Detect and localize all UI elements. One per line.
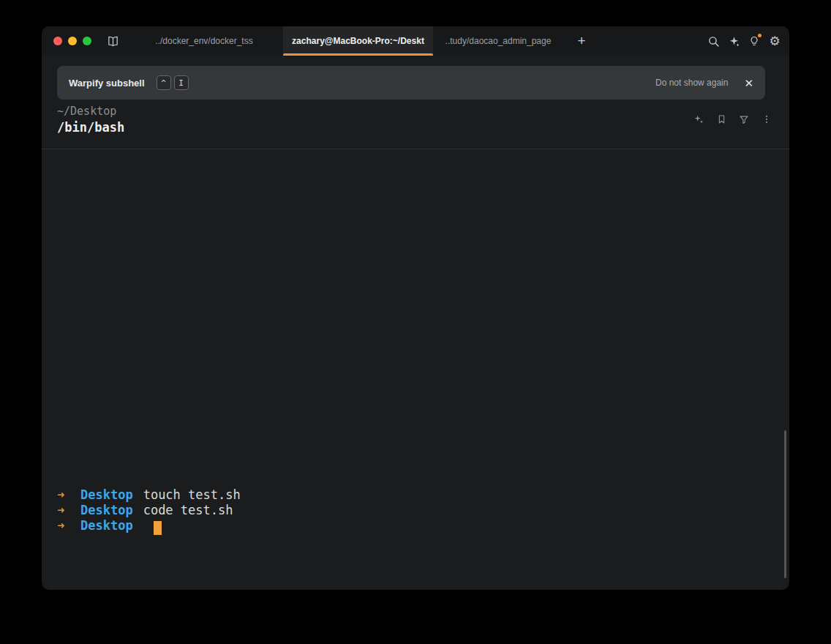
tab-label: ..tudy/daocao_admin_page xyxy=(445,36,552,46)
lightbulb-icon[interactable] xyxy=(745,32,763,50)
book-icon[interactable] xyxy=(105,33,121,49)
sparkles-icon[interactable] xyxy=(692,113,705,126)
terminal-cursor xyxy=(154,521,162,535)
prompt-arrow: ➜ xyxy=(57,503,80,518)
prompt-arrow: ➜ xyxy=(57,518,80,533)
scrollbar-thumb[interactable] xyxy=(784,430,786,578)
header-divider xyxy=(42,149,789,149)
filter-icon[interactable] xyxy=(737,113,751,126)
i-keycap: I xyxy=(174,75,189,90)
window-controls xyxy=(53,37,91,45)
notification-dot xyxy=(758,34,762,37)
warpify-subshell-banner: Warpify subshell ^ I Do not show again ✕ xyxy=(57,66,765,100)
block-header: ~/Desktop /bin/bash xyxy=(57,104,124,136)
bookmark-icon[interactable] xyxy=(715,113,728,126)
tab-bar-actions: ⚙ xyxy=(704,32,783,50)
shortcut-keys: ^ I xyxy=(157,75,189,90)
search-icon[interactable] xyxy=(704,32,722,50)
current-directory: ~/Desktop xyxy=(57,104,124,119)
banner-title: Warpify subshell xyxy=(69,78,145,89)
settings-gear-icon[interactable]: ⚙ xyxy=(766,32,783,50)
zoom-window-button[interactable] xyxy=(83,37,91,45)
tab-label: zachary@MacBook-Pro:~/Deskt xyxy=(292,36,424,46)
do-not-show-again-button[interactable]: Do not show again xyxy=(655,78,728,88)
active-tab-indicator xyxy=(283,53,433,56)
prompt-arrow: ➜ xyxy=(57,487,80,503)
terminal-input-line[interactable]: ➜Desktop xyxy=(57,518,241,533)
shell-name: /bin/bash xyxy=(57,119,124,136)
tab-bar: ../docker_env/docker_tss zachary@MacBook… xyxy=(42,26,789,56)
desktop-background: ../docker_env/docker_tss zachary@MacBook… xyxy=(0,0,831,644)
close-icon[interactable]: ✕ xyxy=(744,78,753,89)
terminal-output: ➜Desktoptouch test.sh ➜Desktopcode test.… xyxy=(57,487,241,533)
tab-docker-env[interactable]: ../docker_env/docker_tss xyxy=(125,26,283,56)
command-text: code test.sh xyxy=(143,503,233,518)
minimize-window-button[interactable] xyxy=(68,37,77,45)
prompt-directory: Desktop xyxy=(80,487,133,503)
prompt-directory: Desktop xyxy=(80,503,133,518)
close-window-button[interactable] xyxy=(53,37,62,45)
terminal-prompt-line: ➜Desktoptouch test.sh xyxy=(57,487,241,503)
command-text: touch test.sh xyxy=(143,487,241,503)
tab-label: ../docker_env/docker_tss xyxy=(155,36,252,46)
tab-active-session[interactable]: zachary@MacBook-Pro:~/Deskt xyxy=(283,26,433,56)
terminal-prompt-line: ➜Desktopcode test.sh xyxy=(57,503,241,518)
kebab-menu-icon[interactable] xyxy=(760,113,773,126)
warp-terminal-window: ../docker_env/docker_tss zachary@MacBook… xyxy=(42,26,789,590)
prompt-directory: Desktop xyxy=(80,518,133,533)
tab-daocao-admin[interactable]: ..tudy/daocao_admin_page xyxy=(433,26,563,56)
block-actions xyxy=(692,113,773,126)
ctrl-keycap: ^ xyxy=(157,75,171,90)
new-tab-button[interactable]: + xyxy=(571,30,593,52)
ai-sparkle-icon[interactable] xyxy=(725,32,742,50)
